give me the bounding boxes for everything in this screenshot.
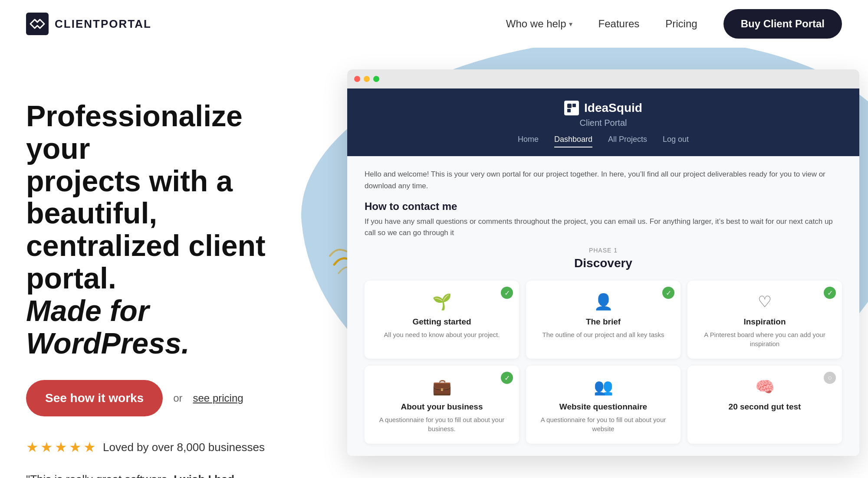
portal-nav: Home Dashboard All Projects Log out: [518, 135, 689, 147]
card-inspiration: ✓ ♡ Inspiration A Pinterest board where …: [687, 281, 842, 359]
star-5: ★: [83, 439, 96, 455]
portal-nav-dashboard[interactable]: Dashboard: [554, 135, 592, 147]
main-nav: Who we help ▾ Features Pricing Buy Clien…: [506, 9, 842, 39]
portal-welcome-text: Hello and welcome! This is your very own…: [365, 168, 842, 192]
star-4: ★: [69, 439, 82, 455]
browser-mockup-main: IdeaSquid Client Portal Home Dashboard A…: [347, 69, 859, 456]
logo-icon: [26, 13, 49, 35]
card-website-questionnaire: 👥 Website questionnaire A questionnaire …: [526, 366, 681, 444]
portal-logo-icon: [564, 101, 579, 115]
hero-title-italic: Made for WordPress.: [26, 294, 190, 360]
hero-title-line2: projects with a beautiful,: [26, 164, 233, 230]
chevron-down-icon: ▾: [569, 20, 572, 28]
star-2: ★: [40, 439, 53, 455]
card-desc-inspiration: A Pinterest board where you can add your…: [696, 330, 833, 348]
card-about-business: ✓ 💼 About your business A questionnaire …: [365, 366, 519, 444]
card-icon-inspiration: ♡: [758, 293, 772, 311]
card-icon-gut-test: 🧠: [755, 378, 775, 396]
card-icon-about-business: 💼: [432, 378, 452, 396]
hero-section: Professionalize your projects with a bea…: [0, 48, 868, 478]
portal-nav-all-projects[interactable]: All Projects: [608, 135, 647, 147]
browser-dot-yellow: [364, 76, 370, 82]
cards-grid-row1: ✓ 🌱 Getting started All you need to know…: [365, 281, 842, 359]
card-desc-getting-started: All you need to know about your project.: [384, 330, 500, 339]
logo-area: CLIENTPORTAL: [26, 13, 151, 35]
card-check-about-business: ✓: [501, 372, 513, 384]
portal-company-name: IdeaSquid: [584, 101, 642, 115]
card-gut-test: ○ 🧠 20 second gut test: [687, 366, 842, 444]
star-3: ★: [55, 439, 67, 455]
see-pricing-link[interactable]: see pricing: [193, 392, 243, 404]
nav-pricing[interactable]: Pricing: [665, 18, 697, 30]
card-check-inspiration: ✓: [824, 287, 836, 299]
portal-inner: IdeaSquid Client Portal Home Dashboard A…: [347, 88, 859, 456]
card-check-brief: ✓: [662, 287, 674, 299]
testimonial-bold: I wish I had known about it much earlier…: [26, 473, 234, 478]
hero-title: Professionalize your projects with a bea…: [26, 100, 269, 359]
browser-dot-red: [354, 76, 360, 82]
svg-rect-2: [572, 104, 576, 107]
portal-contact-title: How to contact me: [365, 200, 842, 213]
browser-dot-green: [373, 76, 379, 82]
portal-body: Hello and welcome! This is your very own…: [347, 156, 859, 456]
hero-title-line3: centralized client portal.: [26, 229, 266, 295]
svg-rect-3: [567, 109, 571, 112]
portal-nav-home[interactable]: Home: [518, 135, 539, 147]
card-desc-brief: The outline of our project and all key t…: [542, 330, 664, 339]
nav-features[interactable]: Features: [598, 18, 640, 30]
logo-text: CLIENTPORTAL: [55, 17, 151, 31]
portal-contact-text: If you have any small questions or comme…: [365, 216, 842, 238]
hero-right: IdeaSquid Client Portal Home Dashboard A…: [295, 48, 868, 478]
portal-subtitle: Client Portal: [580, 118, 627, 128]
hero-title-line1: Professionalize your: [26, 99, 243, 165]
hero-left: Professionalize your projects with a bea…: [0, 48, 295, 478]
card-getting-started: ✓ 🌱 Getting started All you need to know…: [365, 281, 519, 359]
buy-button[interactable]: Buy Client Portal: [723, 9, 842, 39]
portal-nav-logout[interactable]: Log out: [663, 135, 689, 147]
card-title-about-business: About your business: [401, 402, 483, 412]
card-title-inspiration: Inspiration: [743, 317, 786, 327]
cards-grid-row2: ✓ 💼 About your business A questionnaire …: [365, 366, 842, 444]
hero-cta-row: See how it works or see pricing: [26, 380, 269, 416]
card-desc-about-business: A questionnaire for you to fill out abou…: [373, 415, 510, 433]
card-desc-website-questionnaire: A questionnaire for you to fill out abou…: [535, 415, 672, 433]
card-icon-getting-started: 🌱: [432, 293, 452, 311]
card-title-gut-test: 20 second gut test: [729, 402, 801, 412]
card-icon-website-questionnaire: 👥: [594, 378, 613, 396]
see-how-it-works-button[interactable]: See how it works: [26, 380, 163, 416]
star-1: ★: [26, 439, 39, 455]
testimonial-text: "This is really great software. I wish I…: [26, 471, 269, 478]
stars-row: ★ ★ ★ ★ ★ Loved by over 8,000 businesses: [26, 439, 269, 455]
loved-text: Loved by over 8,000 businesses: [103, 441, 265, 454]
portal-logo-row: IdeaSquid: [564, 101, 642, 115]
card-check-gut-test: ○: [824, 372, 836, 384]
portal-header: IdeaSquid Client Portal Home Dashboard A…: [347, 88, 859, 156]
cta-or-text: or: [173, 392, 182, 404]
card-brief: ✓ 👤 The brief The outline of our project…: [526, 281, 681, 359]
card-title-brief: The brief: [586, 317, 621, 327]
card-icon-brief: 👤: [594, 293, 613, 311]
svg-rect-0: [26, 13, 49, 35]
card-title-getting-started: Getting started: [412, 317, 471, 327]
browser-bar: [347, 69, 859, 88]
card-title-website-questionnaire: Website questionnaire: [559, 402, 647, 412]
svg-rect-1: [567, 104, 572, 108]
header: CLIENTPORTAL Who we help ▾ Features Pric…: [0, 0, 868, 48]
phase-title: Discovery: [365, 256, 842, 270]
phase-label: PHASE 1: [365, 247, 842, 254]
card-check-getting-started: ✓: [501, 287, 513, 299]
nav-who-we-help[interactable]: Who we help ▾: [506, 18, 572, 30]
stars: ★ ★ ★ ★ ★: [26, 439, 96, 455]
